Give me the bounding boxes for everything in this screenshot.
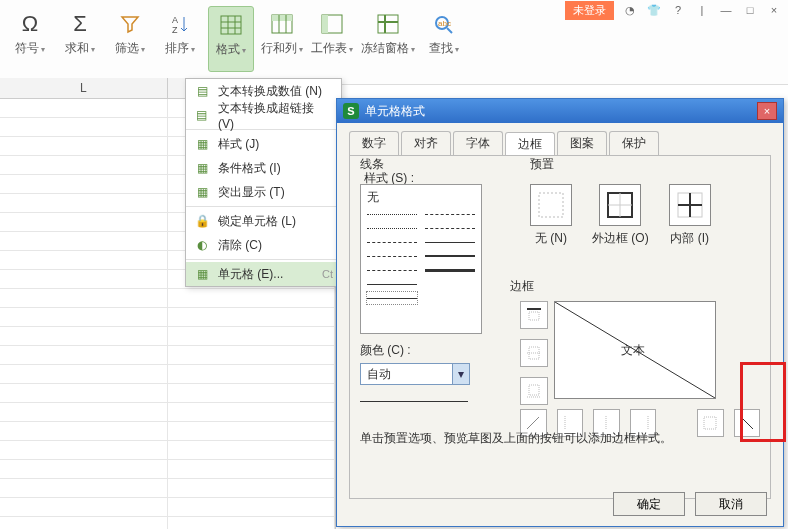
freeze-icon xyxy=(377,10,399,38)
border-hmiddle-button[interactable] xyxy=(520,339,548,367)
style-dash1[interactable] xyxy=(425,208,475,220)
svg-rect-27 xyxy=(529,312,539,320)
border-label: 边框 xyxy=(510,278,760,295)
find-button[interactable]: abc 查找▾ xyxy=(422,6,466,70)
rowcol-button[interactable]: 行和列▾ xyxy=(260,6,304,70)
close-button[interactable]: × xyxy=(766,4,782,16)
border-top-button[interactable] xyxy=(520,301,548,329)
preset-group-label: 预置 xyxy=(530,156,554,173)
help-icon[interactable]: ? xyxy=(670,4,686,16)
svg-rect-19 xyxy=(539,193,563,217)
style-dashdot[interactable] xyxy=(367,250,417,262)
tab-number[interactable]: 数字 xyxy=(349,131,399,155)
preview-text: 文本 xyxy=(621,342,645,359)
style-thick[interactable] xyxy=(425,264,475,276)
app-icon: S xyxy=(343,103,359,119)
col-L[interactable]: L xyxy=(0,78,168,98)
highlight-icon: ▦ xyxy=(194,184,210,200)
color-label: 颜色 (C) : xyxy=(360,342,470,359)
dialog-close-button[interactable]: × xyxy=(757,102,777,120)
funnel-icon xyxy=(120,10,140,38)
line-style-list[interactable]: 无 xyxy=(360,184,482,334)
border-preview[interactable]: 文本 xyxy=(554,301,716,399)
tab-border[interactable]: 边框 xyxy=(505,132,555,156)
doc-icon: ▤ xyxy=(194,83,210,99)
minimize-button[interactable]: — xyxy=(718,4,734,16)
menu-highlight[interactable]: ▦突出显示 (T) xyxy=(186,180,341,204)
menu-style[interactable]: ▦样式 (J) xyxy=(186,132,341,156)
style-icon: ▦ xyxy=(194,136,210,152)
preset-outer-icon xyxy=(599,184,641,226)
menu-text-to-link[interactable]: ▤文本转换成超链接 (V) xyxy=(186,103,341,127)
login-badge[interactable]: 未登录 xyxy=(565,1,614,20)
svg-text:abc: abc xyxy=(438,19,451,28)
tab-font[interactable]: 字体 xyxy=(453,131,503,155)
skin-icon[interactable]: 👕 xyxy=(646,4,662,17)
svg-text:A: A xyxy=(172,15,178,25)
svg-line-33 xyxy=(527,417,539,429)
style-thin[interactable] xyxy=(425,236,475,248)
menu-lock-cell[interactable]: 🔒锁定单元格 (L) xyxy=(186,209,341,233)
border-all-button[interactable] xyxy=(697,409,724,437)
menu-cond-format[interactable]: ▦条件格式 (I) xyxy=(186,156,341,180)
sum-button[interactable]: Σ 求和▾ xyxy=(58,6,102,70)
symbol-button[interactable]: Ω 符号▾ xyxy=(8,6,52,70)
find-icon: abc xyxy=(433,10,455,38)
hint-text: 单击预置选项、预览草图及上面的按钮可以添加边框样式。 xyxy=(360,430,672,447)
freeze-button[interactable]: 冻结窗格▾ xyxy=(360,6,416,70)
dialog-tabs: 数字 对齐 字体 边框 图案 保护 xyxy=(337,123,783,155)
svg-rect-37 xyxy=(704,417,716,429)
tab-pattern[interactable]: 图案 xyxy=(557,131,607,155)
sort-button[interactable]: AZ 排序▾ xyxy=(158,6,202,70)
style-medium[interactable] xyxy=(425,250,475,262)
svg-text:Z: Z xyxy=(172,25,178,35)
sheet-button[interactable]: 工作表▾ xyxy=(310,6,354,70)
style-dash3[interactable] xyxy=(367,236,417,248)
cell-icon: ▦ xyxy=(194,266,210,282)
menu-clear[interactable]: ◐清除 (C) xyxy=(186,233,341,257)
svg-rect-13 xyxy=(378,15,398,33)
dialog-title: 单元格格式 xyxy=(365,103,425,120)
style-dot2[interactable] xyxy=(367,222,417,234)
dialog-titlebar[interactable]: S 单元格格式 × xyxy=(337,99,783,123)
divider: | xyxy=(694,4,710,16)
sort-icon: AZ xyxy=(170,10,190,38)
style-dashdot2[interactable] xyxy=(367,264,417,276)
menu-cell-format[interactable]: ▦单元格 (E)...Ct xyxy=(186,262,341,286)
tab-protect[interactable]: 保护 xyxy=(609,131,659,155)
preset-none-icon xyxy=(530,184,572,226)
style-dotted[interactable] xyxy=(367,208,417,220)
link-icon: ▤ xyxy=(194,107,210,123)
app-menu-icon[interactable]: ◔ xyxy=(622,4,638,17)
format-button[interactable]: 格式▾ xyxy=(208,6,254,72)
style-dash2[interactable] xyxy=(425,222,475,234)
sigma-icon: Σ xyxy=(73,10,87,38)
cell-format-dialog: S 单元格格式 × 数字 对齐 字体 边框 图案 保护 线条 预置 样式 (S)… xyxy=(336,98,784,527)
preset-none[interactable]: 无 (N) xyxy=(530,184,572,247)
border-bottom-button[interactable] xyxy=(520,377,548,405)
cancel-button[interactable]: 取消 xyxy=(695,492,767,516)
preset-outer[interactable]: 外边框 (O) xyxy=(592,184,649,247)
sheet-icon xyxy=(321,10,343,38)
preset-inner-icon xyxy=(669,184,711,226)
style-selected[interactable] xyxy=(367,292,417,304)
format-menu: ▤文本转换成数值 (N) ▤文本转换成超链接 (V) ▦样式 (J) ▦条件格式… xyxy=(185,78,342,287)
color-auto-label: 自动 xyxy=(367,366,391,383)
style-none[interactable]: 无 xyxy=(367,189,475,206)
chevron-down-icon[interactable]: ▾ xyxy=(452,364,469,384)
cond-icon: ▦ xyxy=(194,160,210,176)
style-double[interactable] xyxy=(425,278,475,290)
ok-button[interactable]: 确定 xyxy=(613,492,685,516)
tab-align[interactable]: 对齐 xyxy=(401,131,451,155)
eraser-icon: ◐ xyxy=(194,237,210,253)
svg-rect-8 xyxy=(272,15,292,21)
color-select[interactable]: 自动 ▾ xyxy=(360,363,470,385)
rowcol-icon xyxy=(271,10,293,38)
filter-button[interactable]: 筛选▾ xyxy=(108,6,152,70)
maximize-button[interactable]: □ xyxy=(742,4,758,16)
preset-inner[interactable]: 内部 (I) xyxy=(669,184,711,247)
grid-icon xyxy=(220,11,242,39)
svg-rect-2 xyxy=(221,16,241,34)
svg-line-17 xyxy=(447,28,452,33)
style-hair[interactable] xyxy=(367,278,417,290)
